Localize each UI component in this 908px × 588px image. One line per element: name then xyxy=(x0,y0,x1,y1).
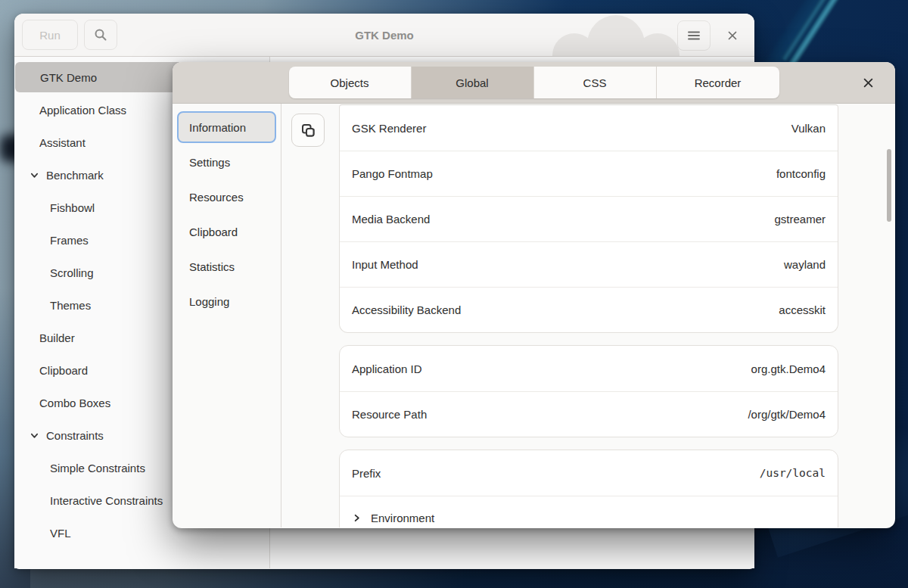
row-label: Prefix xyxy=(352,467,381,480)
row-value: org.gtk.Demo4 xyxy=(751,362,826,375)
search-icon xyxy=(94,28,107,42)
headerbar-cloud-decoration xyxy=(14,14,754,56)
row-label: Application ID xyxy=(352,362,422,375)
row-label: GSK Renderer xyxy=(352,122,426,135)
close-button[interactable] xyxy=(721,24,744,47)
info-row: GSK Renderer Vulkan xyxy=(340,105,838,151)
chevron-down-icon xyxy=(30,170,39,180)
row-value: gstreamer xyxy=(774,213,826,226)
hamburger-icon xyxy=(688,31,700,40)
menu-button[interactable] xyxy=(677,20,711,51)
row-value: Vulkan xyxy=(791,122,826,135)
inspector-page-logging[interactable]: Logging xyxy=(177,285,276,317)
tab-objects[interactable]: Objects xyxy=(289,67,412,98)
inspector-headerbar: Objects Global CSS Recorder xyxy=(173,62,895,104)
row-value: accesskit xyxy=(779,303,826,316)
tab-global[interactable]: Global xyxy=(412,67,534,98)
row-label: Environment xyxy=(371,512,434,524)
row-value: /usr/local xyxy=(760,467,826,479)
info-row: Pango Fontmap fontconfig xyxy=(340,151,838,196)
sidebar-item-label: Constraints xyxy=(46,429,104,442)
info-row: Media Backend gstreamer xyxy=(340,196,838,241)
chevron-down-icon xyxy=(30,431,39,440)
row-value: /org/gtk/Demo4 xyxy=(748,408,826,421)
row-label: Media Backend xyxy=(352,213,430,226)
environment-expander-row[interactable]: Environment xyxy=(340,496,838,527)
inspector-page-resources[interactable]: Resources xyxy=(177,181,276,213)
row-value: wayland xyxy=(784,258,826,271)
tab-css[interactable]: CSS xyxy=(534,67,657,98)
info-row: Prefix /usr/local xyxy=(340,450,838,496)
info-row: Accessibility Backend accesskit xyxy=(340,287,838,332)
inspector-page-settings[interactable]: Settings xyxy=(177,146,276,178)
info-group-environment: Prefix /usr/local Environment xyxy=(339,450,838,527)
search-button[interactable] xyxy=(84,20,117,50)
tab-recorder[interactable]: Recorder xyxy=(657,67,779,98)
inspector-information-page: GSK Renderer Vulkan Pango Fontmap fontco… xyxy=(281,104,895,527)
inspector-page-clipboard[interactable]: Clipboard xyxy=(177,216,276,247)
window-title: GTK Demo xyxy=(14,29,754,42)
copy-icon xyxy=(301,123,316,138)
row-value: fontconfig xyxy=(776,167,826,180)
row-label: Pango Fontmap xyxy=(352,167,433,180)
gtk-demo-headerbar: Run GTK Demo xyxy=(14,14,754,57)
inspector-tab-switcher: Objects Global CSS Recorder xyxy=(289,67,779,98)
inspector-close-button[interactable] xyxy=(854,62,882,104)
info-row: Resource Path /org/gtk/Demo4 xyxy=(340,391,838,437)
row-label: Accessibility Backend xyxy=(352,303,461,316)
row-label: Input Method xyxy=(352,258,418,271)
scrollbar-thumb[interactable] xyxy=(887,149,891,222)
row-label: Resource Path xyxy=(352,408,427,421)
run-button[interactable]: Run xyxy=(22,20,78,50)
close-icon xyxy=(728,31,737,40)
inspector-sidebar: Information Settings Resources Clipboard… xyxy=(173,104,281,527)
gtk-inspector-window: Objects Global CSS Recorder Information … xyxy=(173,62,895,528)
sidebar-item-label: Benchmark xyxy=(46,169,104,182)
close-icon xyxy=(863,78,873,88)
copy-button[interactable] xyxy=(291,114,325,147)
info-row: Input Method wayland xyxy=(340,241,838,287)
info-group-backends: GSK Renderer Vulkan Pango Fontmap fontco… xyxy=(339,104,838,333)
inspector-page-information[interactable]: Information xyxy=(177,111,276,143)
chevron-right-icon xyxy=(352,513,362,523)
info-row: Application ID org.gtk.Demo4 xyxy=(340,346,838,391)
inspector-page-statistics[interactable]: Statistics xyxy=(177,250,276,282)
info-group-application: Application ID org.gtk.Demo4 Resource Pa… xyxy=(339,345,838,437)
